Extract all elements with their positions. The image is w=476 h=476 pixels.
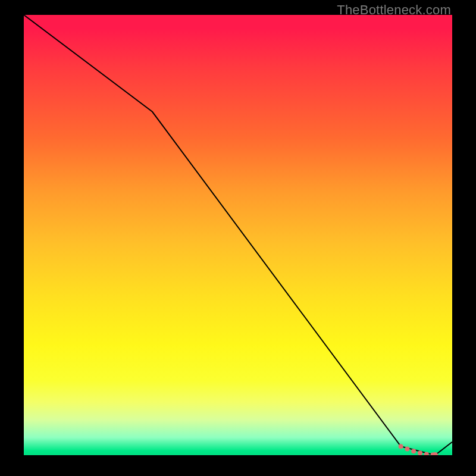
marker-dot bbox=[405, 447, 409, 452]
marker-dot bbox=[399, 444, 403, 449]
marker-dot bbox=[418, 450, 422, 455]
marker-group bbox=[399, 444, 439, 455]
marker-dot bbox=[411, 449, 416, 453]
chart-svg bbox=[24, 15, 452, 455]
plot-area bbox=[24, 15, 452, 455]
curve-line bbox=[24, 15, 452, 455]
chart-stage: TheBottleneck.com bbox=[0, 0, 476, 476]
